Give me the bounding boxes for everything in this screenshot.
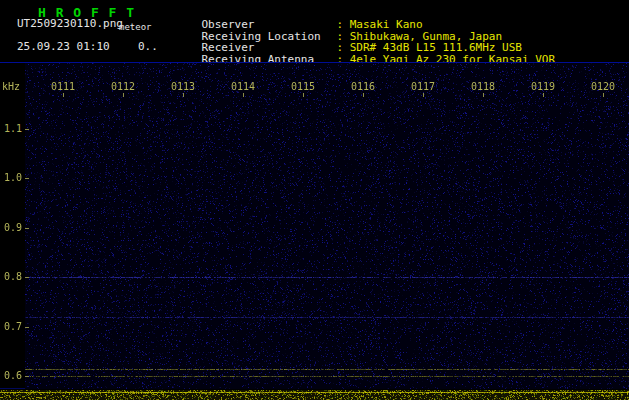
frame-datetime: 25.09.23 01:10 — [17, 40, 110, 53]
x-tick-mark — [483, 93, 484, 97]
x-tick-mark — [183, 93, 184, 97]
signal-strip-canvas — [0, 390, 629, 400]
x-tick-mark — [603, 93, 604, 97]
y-tick-mark — [25, 327, 29, 328]
spectrogram-canvas — [25, 63, 629, 389]
y-tick-label: 0.6 — [4, 370, 22, 381]
x-tick-label: 0115 — [291, 81, 315, 92]
x-tick-mark — [243, 93, 244, 97]
x-tick-label: 0114 — [231, 81, 255, 92]
echo-counter: 0.. — [138, 40, 158, 53]
x-tick-label: 0117 — [411, 81, 435, 92]
x-tick-mark — [543, 93, 544, 97]
y-tick-label: 1.0 — [4, 172, 22, 183]
y-tick-mark — [25, 129, 29, 130]
hrofft-screen: H R O F F T UT2509230110.png meteor 25.0… — [0, 0, 629, 400]
y-tick-mark — [25, 228, 29, 229]
y-tick-label: 0.7 — [4, 321, 22, 332]
x-tick-label: 0116 — [351, 81, 375, 92]
x-tick-label: 0111 — [51, 81, 75, 92]
x-tick-mark — [363, 93, 364, 97]
y-tick-label: 1.1 — [4, 123, 22, 134]
x-tick-mark — [423, 93, 424, 97]
y-tick-label: 0.9 — [4, 222, 22, 233]
x-tick-label: 0113 — [171, 81, 195, 92]
y-tick-mark — [25, 376, 29, 377]
y-tick-mark — [25, 178, 29, 179]
x-tick-label: 0120 — [591, 81, 615, 92]
x-tick-label: 0119 — [531, 81, 555, 92]
x-tick-mark — [63, 93, 64, 97]
y-tick-mark — [25, 277, 29, 278]
y-axis-unit: kHz — [2, 81, 20, 92]
x-tick-label: 0112 — [111, 81, 135, 92]
mode-label: meteor — [119, 22, 152, 32]
x-tick-mark — [123, 93, 124, 97]
y-tick-label: 0.8 — [4, 271, 22, 282]
output-filename: UT2509230110.png — [17, 17, 123, 30]
x-tick-label: 0118 — [471, 81, 495, 92]
x-tick-mark — [303, 93, 304, 97]
